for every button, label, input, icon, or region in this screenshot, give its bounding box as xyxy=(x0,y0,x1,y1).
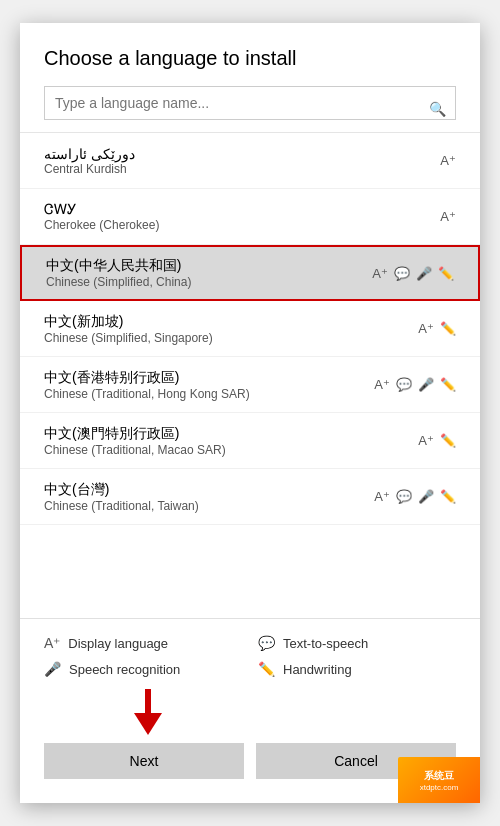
watermark-logo: 系统豆 xyxy=(424,769,454,783)
lang-native-name: 中文(澳門特別行政區) xyxy=(44,425,418,443)
handwriting-icon: ✏️ xyxy=(440,321,456,336)
speech-recognition-icon: 🎤 xyxy=(416,266,432,281)
next-button[interactable]: Next xyxy=(44,743,244,779)
lang-feature-icons: A⁺ xyxy=(440,153,456,168)
lang-text: ᏣᎳᎩ Cherokee (Cherokee) xyxy=(44,201,440,232)
search-icon: 🔍 xyxy=(429,101,446,117)
lang-text: دورێکی ئاراستە Central Kurdish xyxy=(44,146,440,176)
lang-native-name: 中文(新加坡) xyxy=(44,313,418,331)
handwriting-icon: ✏️ xyxy=(440,489,456,504)
list-item[interactable]: 中文(台灣) Chinese (Traditional, Taiwan) A⁺ … xyxy=(20,469,480,525)
speech-recognition-icon: 🎤 xyxy=(418,377,434,392)
lang-text: 中文(澳門特別行政區) Chinese (Traditional, Macao … xyxy=(44,425,418,457)
lang-native-name: 中文(台灣) xyxy=(44,481,374,499)
lang-text: 中文(新加坡) Chinese (Simplified, Singapore) xyxy=(44,313,418,345)
legend-display-language: A⁺ Display language xyxy=(44,635,242,651)
dialog-title: Choose a language to install xyxy=(20,23,480,86)
legend-speech-label: Speech recognition xyxy=(69,662,180,677)
tts-legend-icon: 💬 xyxy=(258,635,275,651)
list-item[interactable]: 中文(新加坡) Chinese (Simplified, Singapore) … xyxy=(20,301,480,357)
list-item[interactable]: 中文(澳門特別行政區) Chinese (Traditional, Macao … xyxy=(20,413,480,469)
display-language-icon: A⁺ xyxy=(372,266,388,281)
list-item-chinese-simplified-china[interactable]: 中文(中华人民共和国) Chinese (Simplified, China) … xyxy=(20,245,480,301)
lang-english-name: Chinese (Traditional, Macao SAR) xyxy=(44,443,418,457)
lang-feature-icons: A⁺ 💬 🎤 ✏️ xyxy=(374,377,456,392)
language-install-dialog: Choose a language to install 🔍 دورێکی ئا… xyxy=(20,23,480,803)
display-language-icon: A⁺ xyxy=(374,377,390,392)
lang-english-name: Chinese (Simplified, Singapore) xyxy=(44,331,418,345)
display-language-icon: A⁺ xyxy=(440,209,456,224)
lang-feature-icons: A⁺ xyxy=(440,209,456,224)
language-search-input[interactable] xyxy=(44,86,456,120)
handwriting-icon: ✏️ xyxy=(440,377,456,392)
display-legend-icon: A⁺ xyxy=(44,635,60,651)
speech-recognition-icon: 🎤 xyxy=(418,489,434,504)
legend-handwriting-label: Handwriting xyxy=(283,662,352,677)
watermark-url: xtdptc.com xyxy=(420,783,459,792)
language-list: دورێکی ئاراستە Central Kurdish A⁺ ᏣᎳᎩ Ch… xyxy=(20,132,480,618)
display-language-icon: A⁺ xyxy=(418,321,434,336)
display-language-icon: A⁺ xyxy=(440,153,456,168)
lang-native-name: ᏣᎳᎩ xyxy=(44,201,440,218)
legend-section: A⁺ Display language 💬 Text-to-speech 🎤 S… xyxy=(20,618,480,689)
legend-tts-label: Text-to-speech xyxy=(283,636,368,651)
lang-native-name: دورێکی ئاراستە xyxy=(44,146,440,162)
lang-feature-icons: A⁺ 💬 🎤 ✏️ xyxy=(374,489,456,504)
list-item[interactable]: دورێکی ئاراستە Central Kurdish A⁺ xyxy=(20,133,480,189)
display-language-icon: A⁺ xyxy=(418,433,434,448)
legend-display-label: Display language xyxy=(68,636,168,651)
lang-native-name: 中文(中华人民共和国) xyxy=(46,257,372,275)
display-language-icon: A⁺ xyxy=(374,489,390,504)
search-wrapper: 🔍 xyxy=(20,86,480,132)
handwriting-legend-icon: ✏️ xyxy=(258,661,275,677)
tts-icon: 💬 xyxy=(394,266,410,281)
lang-english-name: Chinese (Simplified, China) xyxy=(46,275,372,289)
lang-text: 中文(台灣) Chinese (Traditional, Taiwan) xyxy=(44,481,374,513)
lang-text: 中文(香港特别行政區) Chinese (Traditional, Hong K… xyxy=(44,369,374,401)
tts-icon: 💬 xyxy=(396,489,412,504)
speech-legend-icon: 🎤 xyxy=(44,661,61,677)
legend-tts: 💬 Text-to-speech xyxy=(258,635,456,651)
legend-handwriting: ✏️ Handwriting xyxy=(258,661,456,677)
lang-feature-icons: A⁺ 💬 🎤 ✏️ xyxy=(372,266,454,281)
lang-english-name: Chinese (Traditional, Taiwan) xyxy=(44,499,374,513)
lang-text: 中文(中华人民共和国) Chinese (Simplified, China) xyxy=(46,257,372,289)
lang-english-name: Cherokee (Cherokee) xyxy=(44,218,440,232)
lang-feature-icons: A⁺ ✏️ xyxy=(418,433,456,448)
legend-speech: 🎤 Speech recognition xyxy=(44,661,242,677)
lang-english-name: Central Kurdish xyxy=(44,162,440,176)
watermark-badge: 系统豆 xtdptc.com xyxy=(398,757,480,803)
lang-native-name: 中文(香港特别行政區) xyxy=(44,369,374,387)
list-item[interactable]: 中文(香港特别行政區) Chinese (Traditional, Hong K… xyxy=(20,357,480,413)
list-item[interactable]: ᏣᎳᎩ Cherokee (Cherokee) A⁺ xyxy=(20,189,480,245)
tts-icon: 💬 xyxy=(396,377,412,392)
lang-english-name: Chinese (Traditional, Hong Kong SAR) xyxy=(44,387,374,401)
handwriting-icon: ✏️ xyxy=(438,266,454,281)
lang-feature-icons: A⁺ ✏️ xyxy=(418,321,456,336)
handwriting-icon: ✏️ xyxy=(440,433,456,448)
